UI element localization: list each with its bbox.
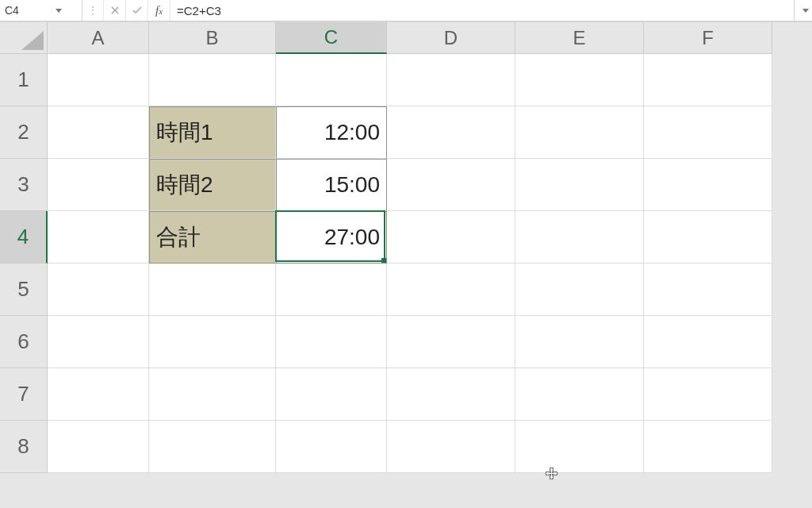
cell-B1[interactable] — [149, 54, 276, 106]
formula-input-value: =C2+C3 — [177, 4, 221, 17]
confirm-formula-button[interactable] — [126, 0, 148, 21]
cell-B8[interactable] — [149, 421, 276, 473]
cell-C8[interactable] — [276, 421, 387, 473]
select-all-cell[interactable] — [0, 22, 48, 54]
row-header-7[interactable]: 7 — [0, 368, 48, 421]
cell-F6[interactable] — [644, 316, 772, 368]
cell-C5[interactable] — [276, 264, 387, 316]
cell-C6[interactable] — [276, 316, 387, 368]
row-header-4[interactable]: 4 — [0, 211, 48, 264]
cell-F2[interactable] — [644, 106, 772, 159]
row-header-5[interactable]: 5 — [0, 264, 48, 316]
insert-function-button[interactable]: fx — [148, 0, 170, 21]
x-icon — [111, 6, 119, 14]
cell-C3[interactable]: 15:00 — [276, 159, 387, 211]
row-header-8[interactable]: 8 — [0, 421, 48, 473]
row-headers: 12345678 — [0, 54, 48, 473]
cell-A6[interactable] — [48, 316, 149, 368]
cell-E5[interactable] — [515, 264, 644, 316]
name-box[interactable]: C4 — [0, 0, 82, 21]
cell-B2[interactable]: 時間1 — [149, 106, 276, 159]
cell-A7[interactable] — [48, 368, 149, 421]
cell-D7[interactable] — [387, 368, 515, 421]
column-header-E[interactable]: E — [515, 22, 644, 54]
formula-bar-expand-icon[interactable] — [799, 0, 812, 21]
cell-F3[interactable] — [644, 159, 772, 211]
column-header-B[interactable]: B — [149, 22, 276, 54]
spreadsheet-grid-area: ABCDEF 12345678 時間112:00時間215:00合計27:00 … — [0, 22, 812, 508]
cell-E3[interactable] — [515, 159, 644, 211]
formula-bar-separator: ⋮ — [82, 0, 104, 21]
cell-A8[interactable] — [48, 421, 149, 473]
cell-F1[interactable] — [644, 54, 772, 106]
row-header-1[interactable]: 1 — [0, 54, 48, 106]
cell-C7[interactable] — [276, 368, 387, 421]
cell-D8[interactable] — [387, 421, 515, 473]
cell-E8[interactable] — [515, 421, 644, 473]
cell-A3[interactable] — [48, 159, 149, 211]
cell-D6[interactable] — [387, 316, 515, 368]
cell-C2[interactable]: 12:00 — [276, 106, 387, 159]
cell-E4[interactable] — [515, 211, 644, 264]
cell-D2[interactable] — [387, 106, 515, 159]
cell-B4[interactable]: 合計 — [149, 211, 276, 264]
cell-B7[interactable] — [149, 368, 276, 421]
cell-C1[interactable] — [276, 54, 387, 106]
cell-E7[interactable] — [515, 368, 644, 421]
column-header-C[interactable]: C — [276, 22, 387, 54]
cell-A1[interactable] — [48, 54, 149, 106]
column-header-D[interactable]: D — [387, 22, 515, 54]
row-header-6[interactable]: 6 — [0, 316, 48, 368]
cell-D1[interactable] — [387, 54, 515, 106]
column-headers: ABCDEF — [48, 22, 772, 54]
row-header-2[interactable]: 2 — [0, 106, 48, 159]
cell-B3[interactable]: 時間2 — [149, 159, 276, 211]
svg-marker-1 — [802, 9, 809, 13]
cell-B6[interactable] — [149, 316, 276, 368]
cell-F4[interactable] — [644, 211, 772, 264]
grid[interactable]: 時間112:00時間215:00合計27:00 — [48, 54, 772, 473]
cell-D3[interactable] — [387, 159, 515, 211]
column-header-F[interactable]: F — [644, 22, 772, 54]
cell-D5[interactable] — [387, 264, 515, 316]
cell-A4[interactable] — [48, 211, 149, 264]
column-header-A[interactable]: A — [48, 22, 149, 54]
cell-C4[interactable]: 27:00 — [276, 211, 387, 264]
check-icon — [132, 6, 142, 14]
formula-input[interactable]: =C2+C3 — [170, 0, 795, 21]
cell-F5[interactable] — [644, 264, 772, 316]
cell-A5[interactable] — [48, 264, 149, 316]
fx-icon: fx — [155, 4, 163, 17]
formula-bar: C4 ⋮ fx =C2+C3 — [0, 0, 812, 22]
cell-E2[interactable] — [515, 106, 644, 159]
cell-A2[interactable] — [48, 106, 149, 159]
cell-B5[interactable] — [149, 264, 276, 316]
svg-marker-0 — [56, 9, 62, 13]
row-header-3[interactable]: 3 — [0, 159, 48, 211]
name-box-value: C4 — [5, 4, 41, 17]
cell-E6[interactable] — [515, 316, 644, 368]
cell-D4[interactable] — [387, 211, 515, 264]
cell-F8[interactable] — [644, 421, 772, 473]
cell-F7[interactable] — [644, 368, 772, 421]
cancel-formula-button[interactable] — [104, 0, 126, 21]
name-box-dropdown-icon[interactable] — [41, 5, 78, 16]
cell-E1[interactable] — [515, 54, 644, 106]
